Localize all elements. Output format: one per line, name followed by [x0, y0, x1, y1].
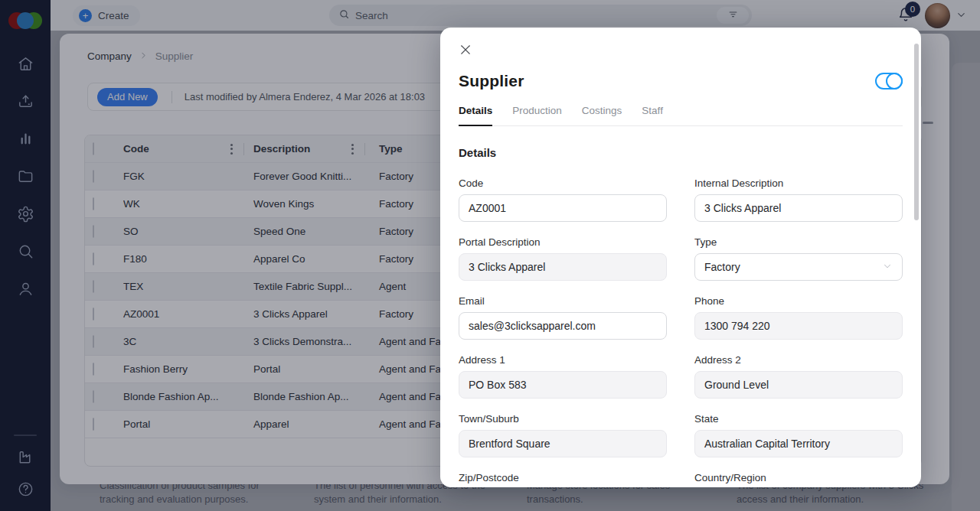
form-field: Internal Description3 Clicks Apparel [694, 177, 903, 222]
field-label: Portal Description [459, 236, 667, 248]
field-value: sales@3clicksapparel.com [469, 320, 596, 332]
field-value: AZ0001 [469, 202, 506, 214]
field-value: Australian Capital Territory [704, 438, 830, 450]
form-field: Address 1PO Box 583 [459, 354, 667, 399]
tab-staff[interactable]: Staff [642, 105, 663, 126]
field-label: Address 2 [694, 354, 903, 366]
field-label: Phone [694, 295, 903, 307]
tab-costings[interactable]: Costings [582, 105, 622, 126]
field-input-town-suburb: Brentford Square [459, 430, 667, 457]
modal-title: Supplier [459, 72, 524, 90]
modal-scrollbar-thumb[interactable] [914, 44, 919, 220]
form-field: Zip/Postcode [459, 472, 667, 487]
field-label: Internal Description [694, 177, 903, 189]
field-label: Town/Suburb [459, 413, 667, 425]
form-field: TypeFactory [694, 236, 903, 281]
app-root: + Create 0 Classification of product sam… [0, 0, 980, 511]
field-value: 3 Clicks Apparel [469, 261, 545, 273]
close-icon [459, 46, 472, 59]
field-input-email[interactable]: sales@3clicksapparel.com [459, 312, 667, 340]
field-input-portal-description: 3 Clicks Apparel [459, 253, 667, 281]
tab-production[interactable]: Production [512, 105, 562, 126]
form-field: StateAustralian Capital Territory [694, 413, 903, 457]
form-field: Town/SuburbBrentford Square [459, 413, 667, 457]
field-input-phone: 1300 794 220 [694, 312, 903, 340]
field-label: Code [459, 177, 667, 189]
form-field: Phone1300 794 220 [694, 295, 903, 340]
toggle-knob [886, 73, 903, 90]
field-grid: CodeAZ0001Internal Description3 Clicks A… [459, 177, 903, 487]
field-value: Ground Level [704, 379, 769, 391]
field-input-address-2: Ground Level [694, 371, 903, 399]
active-toggle[interactable] [875, 73, 903, 90]
tab-details[interactable]: Details [459, 105, 492, 126]
chevron-down-icon [882, 261, 893, 274]
field-value: PO Box 583 [469, 379, 527, 391]
field-input-state: Australian Capital Territory [694, 430, 903, 457]
field-input-code[interactable]: AZ0001 [459, 194, 667, 222]
field-input-internal-description[interactable]: 3 Clicks Apparel [694, 194, 903, 222]
form-field: Emailsales@3clicksapparel.com [459, 295, 667, 340]
field-label: Address 1 [459, 354, 667, 366]
field-label: Zip/Postcode [459, 472, 667, 483]
field-value: Brentford Square [469, 438, 550, 450]
field-value: Factory [704, 261, 740, 273]
field-label: Country/Region [694, 472, 903, 483]
modal-tabs: DetailsProductionCostingsStaff [459, 105, 903, 126]
section-title: Details [459, 146, 903, 159]
field-input-address-1: PO Box 583 [459, 371, 667, 399]
form-field: CodeAZ0001 [459, 177, 667, 222]
supplier-detail-modal: Supplier DetailsProductionCostingsStaff … [440, 28, 921, 487]
field-value: 1300 794 220 [704, 320, 770, 332]
form-field: Portal Description3 Clicks Apparel [459, 236, 667, 281]
field-label: Type [694, 236, 903, 248]
field-value: 3 Clicks Apparel [704, 202, 781, 214]
form-field: Country/Region [694, 472, 903, 487]
field-input-type[interactable]: Factory [694, 253, 903, 281]
close-button[interactable] [459, 43, 472, 57]
field-label: Email [459, 295, 667, 307]
form-field: Address 2Ground Level [694, 354, 903, 399]
field-label: State [694, 413, 903, 425]
